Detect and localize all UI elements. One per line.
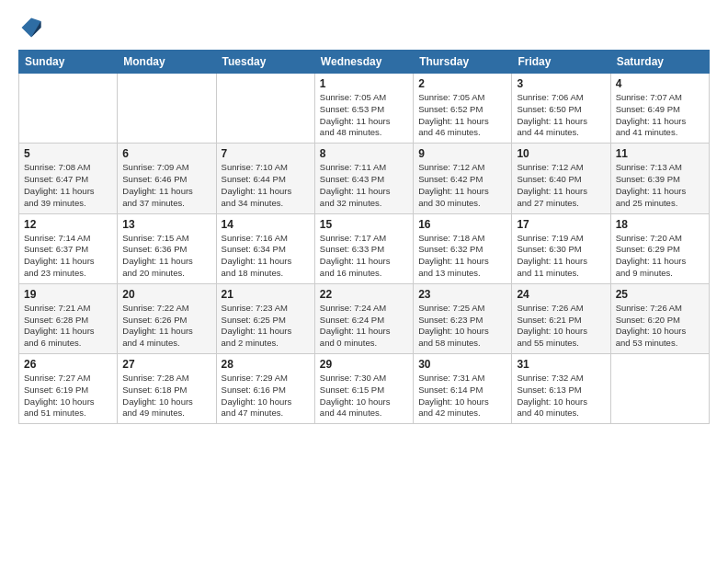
day-info: Sunrise: 7:29 AM Sunset: 6:16 PM Dayligh… [222,373,310,419]
calendar-cell: 5Sunrise: 7:08 AM Sunset: 6:47 PM Daylig… [19,144,118,213]
day-info: Sunrise: 7:10 AM Sunset: 6:44 PM Dayligh… [222,162,310,209]
week-row-2: 5Sunrise: 7:08 AM Sunset: 6:47 PM Daylig… [19,144,710,213]
week-row-1: 1Sunrise: 7:05 AM Sunset: 6:53 PM Daylig… [19,74,710,144]
day-number: 17 [517,218,605,231]
day-info: Sunrise: 7:05 AM Sunset: 6:52 PM Dayligh… [418,92,506,139]
calendar-cell: 23Sunrise: 7:25 AM Sunset: 6:23 PM Dayli… [414,283,512,353]
calendar-cell: 7Sunrise: 7:10 AM Sunset: 6:44 PM Daylig… [216,144,314,213]
day-number: 14 [222,218,310,231]
day-info: Sunrise: 7:17 AM Sunset: 6:33 PM Dayligh… [320,233,408,280]
day-info: Sunrise: 7:26 AM Sunset: 6:20 PM Dayligh… [616,303,704,350]
day-number: 11 [616,147,704,160]
week-row-5: 26Sunrise: 7:27 AM Sunset: 6:19 PM Dayli… [19,354,710,424]
day-number: 31 [517,358,605,371]
day-number: 12 [24,218,112,231]
header [18,15,710,40]
weekday-header-thursday: Thursday [414,51,512,74]
day-info: Sunrise: 7:22 AM Sunset: 6:26 PM Dayligh… [122,303,210,350]
day-number: 1 [320,77,408,90]
day-info: Sunrise: 7:09 AM Sunset: 6:46 PM Dayligh… [122,162,210,209]
calendar-cell: 1Sunrise: 7:05 AM Sunset: 6:53 PM Daylig… [314,74,413,144]
calendar-cell: 15Sunrise: 7:17 AM Sunset: 6:33 PM Dayli… [314,213,413,283]
weekday-header-wednesday: Wednesday [314,51,413,74]
day-info: Sunrise: 7:28 AM Sunset: 6:18 PM Dayligh… [122,373,210,419]
day-info: Sunrise: 7:05 AM Sunset: 6:53 PM Dayligh… [320,92,408,139]
calendar-cell: 22Sunrise: 7:24 AM Sunset: 6:24 PM Dayli… [314,283,413,353]
day-number: 25 [616,288,704,301]
day-info: Sunrise: 7:21 AM Sunset: 6:28 PM Dayligh… [24,303,112,350]
weekday-header-monday: Monday [118,51,216,74]
day-info: Sunrise: 7:14 AM Sunset: 6:37 PM Dayligh… [24,233,112,280]
logo-icon [18,15,44,40]
day-number: 30 [418,358,506,371]
weekday-header-tuesday: Tuesday [216,51,314,74]
week-row-4: 19Sunrise: 7:21 AM Sunset: 6:28 PM Dayli… [19,283,710,353]
calendar-cell: 9Sunrise: 7:12 AM Sunset: 6:42 PM Daylig… [414,144,512,213]
day-info: Sunrise: 7:25 AM Sunset: 6:23 PM Dayligh… [418,303,506,350]
day-info: Sunrise: 7:27 AM Sunset: 6:19 PM Dayligh… [24,373,112,419]
day-info: Sunrise: 7:31 AM Sunset: 6:14 PM Dayligh… [418,373,506,419]
calendar-cell [19,74,118,144]
day-info: Sunrise: 7:12 AM Sunset: 6:40 PM Dayligh… [517,162,605,209]
day-info: Sunrise: 7:16 AM Sunset: 6:34 PM Dayligh… [222,233,310,280]
calendar-cell: 25Sunrise: 7:26 AM Sunset: 6:20 PM Dayli… [610,283,709,353]
calendar-cell: 17Sunrise: 7:19 AM Sunset: 6:30 PM Dayli… [512,213,610,283]
day-info: Sunrise: 7:12 AM Sunset: 6:42 PM Dayligh… [418,162,506,209]
day-number: 13 [122,218,210,231]
day-info: Sunrise: 7:18 AM Sunset: 6:32 PM Dayligh… [418,233,506,280]
day-number: 8 [320,147,408,160]
day-number: 27 [122,358,210,371]
day-number: 29 [320,358,408,371]
day-number: 15 [320,218,408,231]
calendar-cell: 6Sunrise: 7:09 AM Sunset: 6:46 PM Daylig… [118,144,216,213]
day-number: 4 [616,77,704,90]
calendar-cell: 24Sunrise: 7:26 AM Sunset: 6:21 PM Dayli… [512,283,610,353]
day-number: 7 [222,147,310,160]
day-number: 28 [222,358,310,371]
day-info: Sunrise: 7:07 AM Sunset: 6:49 PM Dayligh… [616,92,704,139]
day-number: 9 [418,147,506,160]
day-number: 24 [517,288,605,301]
calendar-cell: 13Sunrise: 7:15 AM Sunset: 6:36 PM Dayli… [118,213,216,283]
logo [18,15,48,40]
day-number: 2 [418,77,506,90]
weekday-header-row: SundayMondayTuesdayWednesdayThursdayFrid… [19,51,710,74]
day-number: 16 [418,218,506,231]
calendar-cell: 14Sunrise: 7:16 AM Sunset: 6:34 PM Dayli… [216,213,314,283]
calendar-cell: 30Sunrise: 7:31 AM Sunset: 6:14 PM Dayli… [414,354,512,424]
calendar-cell: 10Sunrise: 7:12 AM Sunset: 6:40 PM Dayli… [512,144,610,213]
calendar-cell: 29Sunrise: 7:30 AM Sunset: 6:15 PM Dayli… [314,354,413,424]
day-number: 23 [418,288,506,301]
day-info: Sunrise: 7:30 AM Sunset: 6:15 PM Dayligh… [320,373,408,419]
calendar-cell: 16Sunrise: 7:18 AM Sunset: 6:32 PM Dayli… [414,213,512,283]
calendar-cell: 31Sunrise: 7:32 AM Sunset: 6:13 PM Dayli… [512,354,610,424]
day-info: Sunrise: 7:32 AM Sunset: 6:13 PM Dayligh… [517,373,605,419]
day-info: Sunrise: 7:26 AM Sunset: 6:21 PM Dayligh… [517,303,605,350]
calendar-cell: 2Sunrise: 7:05 AM Sunset: 6:52 PM Daylig… [414,74,512,144]
day-number: 3 [517,77,605,90]
day-number: 6 [122,147,210,160]
day-number: 26 [24,358,112,371]
calendar-cell: 18Sunrise: 7:20 AM Sunset: 6:29 PM Dayli… [610,213,709,283]
calendar-cell: 28Sunrise: 7:29 AM Sunset: 6:16 PM Dayli… [216,354,314,424]
day-number: 21 [222,288,310,301]
day-number: 5 [24,147,112,160]
day-info: Sunrise: 7:24 AM Sunset: 6:24 PM Dayligh… [320,303,408,350]
day-info: Sunrise: 7:06 AM Sunset: 6:50 PM Dayligh… [517,92,605,139]
calendar-cell [118,74,216,144]
calendar-cell: 12Sunrise: 7:14 AM Sunset: 6:37 PM Dayli… [19,213,118,283]
day-info: Sunrise: 7:08 AM Sunset: 6:47 PM Dayligh… [24,162,112,209]
calendar-cell: 21Sunrise: 7:23 AM Sunset: 6:25 PM Dayli… [216,283,314,353]
calendar-cell: 19Sunrise: 7:21 AM Sunset: 6:28 PM Dayli… [19,283,118,353]
weekday-header-friday: Friday [512,51,610,74]
calendar-table: SundayMondayTuesdayWednesdayThursdayFrid… [18,50,710,424]
day-number: 22 [320,288,408,301]
day-info: Sunrise: 7:23 AM Sunset: 6:25 PM Dayligh… [222,303,310,350]
day-info: Sunrise: 7:19 AM Sunset: 6:30 PM Dayligh… [517,233,605,280]
calendar-cell [610,354,709,424]
weekday-header-sunday: Sunday [19,51,118,74]
day-info: Sunrise: 7:20 AM Sunset: 6:29 PM Dayligh… [616,233,704,280]
calendar-cell: 26Sunrise: 7:27 AM Sunset: 6:19 PM Dayli… [19,354,118,424]
day-number: 18 [616,218,704,231]
week-row-3: 12Sunrise: 7:14 AM Sunset: 6:37 PM Dayli… [19,213,710,283]
